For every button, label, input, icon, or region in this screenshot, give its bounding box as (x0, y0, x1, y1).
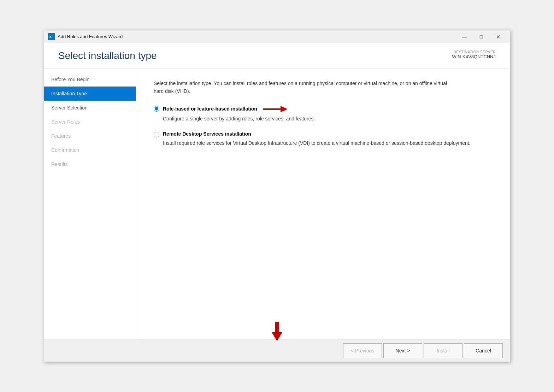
next-button[interactable]: Next > (383, 343, 422, 358)
footer-bar: < Previous Next > Install Cancel (44, 339, 510, 362)
svg-rect-2 (50, 36, 51, 37)
description-text: Select the installation type. You can in… (154, 79, 458, 95)
option-remote-desktop-desc: Install required role services for Virtu… (163, 139, 492, 147)
sidebar-item-installation-type[interactable]: Installation Type (44, 87, 136, 101)
svg-marker-4 (263, 106, 288, 112)
destination-server-info: DESTINATION SERVER WIN-K4V8QNTCNNJ (452, 50, 496, 59)
header: Select installation type DESTINATION SER… (44, 43, 510, 69)
maximize-button[interactable]: □ (473, 31, 489, 42)
titlebar-text: Add Roles and Features Wizard (58, 34, 456, 39)
radio-role-based[interactable] (154, 106, 159, 112)
titlebar-controls: — □ ✕ (456, 31, 506, 42)
option-remote-desktop-label[interactable]: Remote Desktop Services installation (163, 131, 251, 137)
install-button[interactable]: Install (424, 343, 462, 358)
sidebar-item-confirmation: Confirmation (44, 143, 136, 157)
minimize-button[interactable]: — (456, 31, 472, 42)
option-role-based-desc: Configure a single server by adding role… (163, 115, 492, 123)
sidebar: Before You BeginInstallation TypeServer … (44, 69, 136, 339)
sidebar-item-server-roles: Server Roles (44, 115, 136, 129)
svg-rect-1 (49, 35, 53, 37)
red-arrow-icon (263, 105, 288, 113)
server-name: WIN-K4V8QNTCNNJ (452, 54, 496, 59)
radio-remote-desktop[interactable] (154, 132, 159, 137)
titlebar: Add Roles and Features Wizard — □ ✕ (44, 30, 510, 43)
svg-rect-6 (275, 322, 279, 333)
main-content: Select the installation type. You can in… (136, 69, 510, 339)
close-button[interactable]: ✕ (490, 31, 506, 42)
option-role-based-label[interactable]: Role-based or feature-based installation (163, 105, 288, 113)
page-title: Select installation type (58, 50, 157, 61)
sidebar-item-server-selection[interactable]: Server Selection (44, 101, 136, 115)
cancel-button[interactable]: Cancel (464, 343, 503, 358)
app-icon (48, 33, 55, 40)
content-area: Before You BeginInstallation TypeServer … (44, 69, 510, 339)
destination-label: DESTINATION SERVER (452, 50, 496, 54)
option-role-based: Role-based or feature-based installation… (154, 105, 492, 123)
previous-button[interactable]: < Previous (343, 343, 382, 358)
svg-marker-5 (272, 332, 282, 341)
svg-rect-3 (50, 37, 51, 37)
down-arrow-indicator (270, 322, 284, 344)
sidebar-item-features: Features (44, 129, 136, 143)
sidebar-item-results: Results (44, 157, 136, 171)
sidebar-item-before-you-begin[interactable]: Before You Begin (44, 72, 136, 87)
wizard-window: Add Roles and Features Wizard — □ ✕ Sele… (44, 30, 510, 362)
option-remote-desktop: Remote Desktop Services installation Ins… (154, 131, 492, 147)
